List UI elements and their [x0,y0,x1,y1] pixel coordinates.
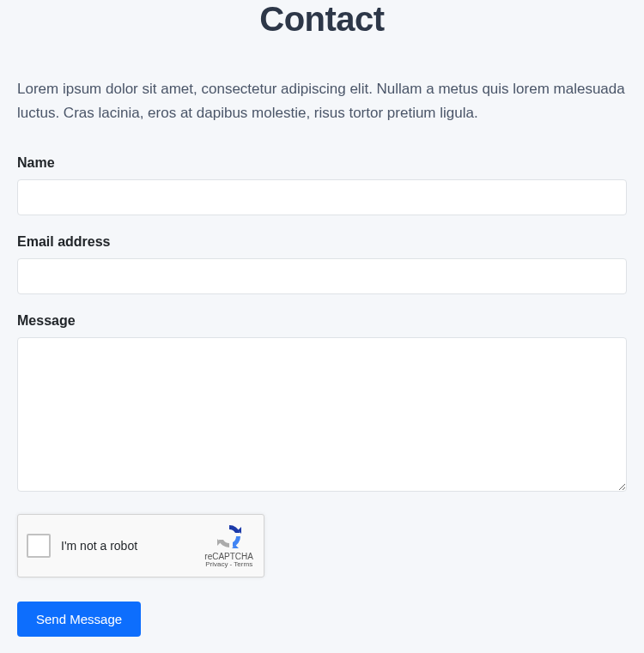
email-field[interactable] [17,258,627,294]
contact-form: Name Email address Message I'm not a rob… [17,155,627,637]
recaptcha-branding: reCAPTCHA Privacy - Terms [204,523,255,569]
page-title: Contact [17,0,627,39]
recaptcha-links-text: Privacy - Terms [205,561,252,569]
email-label: Email address [17,234,627,250]
recaptcha-checkbox[interactable] [27,534,51,558]
recaptcha-icon [216,523,243,550]
message-textarea[interactable] [17,337,627,492]
form-group-message: Message [17,313,627,495]
form-group-email: Email address [17,234,627,294]
send-message-button[interactable]: Send Message [17,602,141,637]
recaptcha-widget: I'm not a robot reCAPTCHA Privacy - Term… [17,514,264,577]
name-input[interactable] [17,179,627,215]
message-label: Message [17,313,627,329]
recaptcha-label: I'm not a robot [61,539,204,553]
form-group-name: Name [17,155,627,215]
intro-text: Lorem ipsum dolor sit amet, consectetur … [17,77,627,125]
name-label: Name [17,155,627,171]
